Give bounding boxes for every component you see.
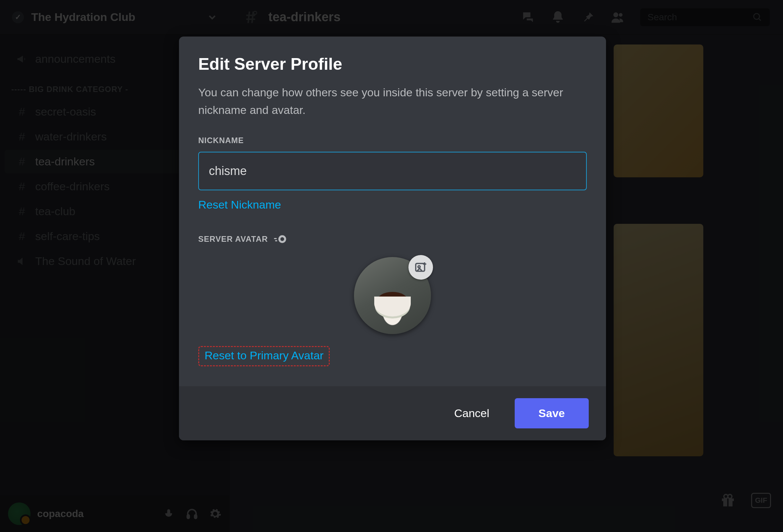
- svg-point-17: [280, 238, 284, 241]
- annotation-highlight: Reset to Primary Avatar: [198, 346, 330, 366]
- cancel-button[interactable]: Cancel: [445, 401, 499, 426]
- reset-nickname-link[interactable]: Reset Nickname: [198, 198, 281, 211]
- upload-image-icon[interactable]: [408, 255, 433, 280]
- edit-server-profile-modal: Edit Server Profile You can change how o…: [179, 36, 606, 440]
- nickname-label: NICKNAME: [198, 136, 587, 145]
- svg-rect-14: [274, 238, 277, 239]
- svg-rect-15: [275, 241, 277, 242]
- server-avatar-uploader[interactable]: [354, 257, 431, 334]
- save-button[interactable]: Save: [515, 398, 589, 428]
- nitro-icon: [274, 234, 287, 244]
- modal-footer: Cancel Save: [179, 386, 606, 440]
- server-avatar-label: SERVER AVATAR: [198, 234, 268, 244]
- modal-description: You can change how others see you inside…: [198, 84, 573, 119]
- reset-to-primary-avatar-link[interactable]: Reset to Primary Avatar: [205, 349, 323, 362]
- svg-point-19: [418, 266, 420, 268]
- modal-title: Edit Server Profile: [198, 55, 587, 74]
- nickname-input[interactable]: [198, 152, 587, 190]
